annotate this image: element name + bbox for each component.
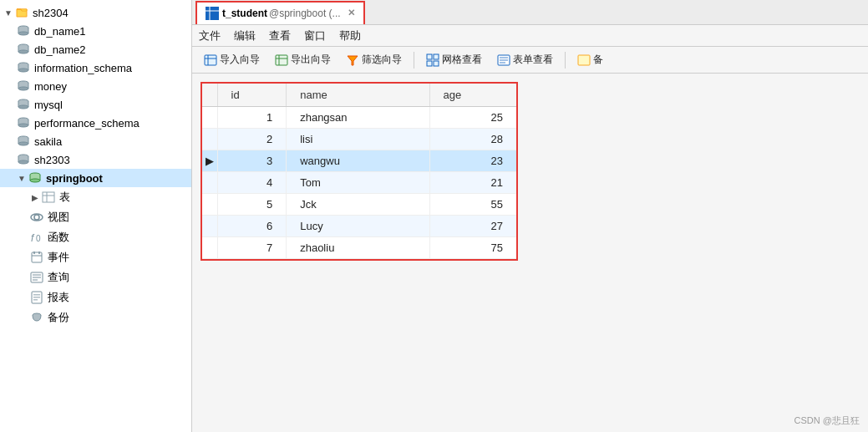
cell-age: 21 <box>429 172 516 194</box>
cell-age: 23 <box>429 150 516 172</box>
sidebar-label: db_name2 <box>34 43 85 56</box>
menu-bar: 文件 编辑 查看 窗口 帮助 <box>192 25 868 47</box>
row-indicator-header <box>202 84 217 107</box>
menu-item-file[interactable]: 文件 <box>199 28 221 43</box>
row-arrow <box>202 216 217 237</box>
root-expand-arrow[interactable]: ▼ <box>3 8 13 18</box>
tab-bar: t_student @springboot (... ✕ <box>192 0 868 25</box>
menu-item-view[interactable]: 查看 <box>269 28 291 43</box>
tab-close-button[interactable]: ✕ <box>348 8 355 18</box>
menu-item-help[interactable]: 帮助 <box>339 28 361 43</box>
report-icon <box>30 291 43 304</box>
sidebar-label: sakila <box>34 135 62 148</box>
svg-point-24 <box>18 105 28 109</box>
table-row[interactable]: 6Lucy27 <box>202 216 516 237</box>
filter-label: 筛选向导 <box>362 53 402 67</box>
cell-id: 4 <box>217 172 287 194</box>
export-wizard-button[interactable]: 导出向导 <box>270 51 336 69</box>
sidebar-item-tables[interactable]: ▶ 表 <box>0 187 191 207</box>
sidebar-item-db_name1[interactable]: db_name1 <box>0 22 191 40</box>
cell-age: 28 <box>429 129 516 150</box>
sidebar-label: money <box>34 80 67 93</box>
table-row[interactable]: 1zhangsan25 <box>202 107 516 129</box>
row-arrow <box>202 107 217 129</box>
svg-point-19 <box>18 87 28 90</box>
grid-view-button[interactable]: 网格查看 <box>421 51 487 69</box>
toolbar-separator-2 <box>565 52 566 69</box>
menu-item-window[interactable]: 窗口 <box>304 28 326 43</box>
svg-rect-70 <box>205 55 216 65</box>
sidebar-item-springboot[interactable]: ▼ springboot <box>0 169 191 187</box>
table-row[interactable]: 4Tom21 <box>202 172 516 194</box>
sidebar-item-functions[interactable]: f 0 函数 <box>0 227 191 247</box>
data-table: id name age 1zhangsan252lisi28▶3wangwu23… <box>202 84 516 259</box>
sidebar-root[interactable]: ▼ sh2304 <box>0 3 191 22</box>
svg-rect-80 <box>434 61 439 66</box>
col-header-name: name <box>287 84 429 107</box>
cell-name: wangwu <box>287 150 429 172</box>
sidebar-label: springboot <box>46 172 103 185</box>
cell-name: lisi <box>287 129 429 150</box>
import-wizard-button[interactable]: 导入向导 <box>199 51 265 69</box>
sidebar-item-information_schema[interactable]: information_schema <box>0 58 191 77</box>
toolbar-separator-1 <box>414 52 414 69</box>
watermark: CSDN @悲且狂 <box>794 414 860 427</box>
svg-point-4 <box>18 32 28 35</box>
cell-name: zhaoliu <box>287 237 429 259</box>
svg-rect-79 <box>427 61 432 66</box>
row-arrow <box>202 237 217 259</box>
svg-point-14 <box>18 69 28 72</box>
backup-small-icon <box>577 53 591 67</box>
cell-id: 1 <box>217 107 287 129</box>
db-icon <box>17 61 30 74</box>
table-row[interactable]: 2lisi28 <box>202 129 516 150</box>
menu-item-edit[interactable]: 编辑 <box>234 28 256 43</box>
sidebar-label: 函数 <box>48 230 69 245</box>
springboot-expand-arrow[interactable]: ▼ <box>17 173 27 183</box>
backup-button[interactable]: 备 <box>572 51 608 69</box>
export-icon <box>275 53 288 67</box>
sidebar-item-performance_schema[interactable]: performance_schema <box>0 114 191 132</box>
db-icon <box>17 153 30 166</box>
function-icon: f 0 <box>30 231 43 244</box>
sidebar-label: mysql <box>34 99 63 111</box>
data-area: id name age 1zhangsan252lisi28▶3wangwu23… <box>192 74 868 432</box>
sidebar-item-reports[interactable]: 报表 <box>0 287 191 307</box>
svg-rect-65 <box>33 299 38 301</box>
sidebar-item-views[interactable]: 视图 <box>0 207 191 227</box>
grid-label: 网格查看 <box>442 53 482 67</box>
form-view-button[interactable]: 表单查看 <box>492 51 558 69</box>
svg-point-39 <box>18 160 28 164</box>
svg-rect-78 <box>434 54 439 59</box>
db-icon <box>17 135 30 148</box>
db-icon <box>17 79 30 93</box>
filter-wizard-button[interactable]: 筛选向导 <box>341 51 407 69</box>
db-icon <box>17 24 30 38</box>
tables-expand-arrow[interactable]: ▶ <box>30 192 40 202</box>
table-row[interactable]: ▶3wangwu23 <box>202 150 516 172</box>
sidebar-item-queries[interactable]: 查询 <box>0 267 191 287</box>
sidebar-item-money[interactable]: money <box>0 77 191 95</box>
backup-label: 备 <box>593 53 603 67</box>
sidebar-item-db_name2[interactable]: db_name2 <box>0 40 191 58</box>
sidebar-item-mysql[interactable]: mysql <box>0 95 191 114</box>
sidebar-item-events[interactable]: 事件 <box>0 247 191 267</box>
import-icon <box>204 53 217 67</box>
form-icon <box>497 53 510 67</box>
toolbar: 导入向导 导出向导 筛选向导 <box>192 47 868 74</box>
col-header-age: age <box>429 84 516 107</box>
cell-name: Lucy <box>287 216 429 237</box>
tab-t_student[interactable]: t_student @springboot (... ✕ <box>195 1 365 24</box>
tab-table-icon <box>206 7 219 20</box>
cell-age: 25 <box>429 107 516 129</box>
svg-point-50 <box>34 215 39 220</box>
table-row[interactable]: 5Jck55 <box>202 194 516 216</box>
cell-name: Jck <box>287 194 429 216</box>
filter-icon <box>346 53 359 67</box>
svg-rect-54 <box>32 252 42 262</box>
sidebar-item-backup[interactable]: 备份 <box>0 307 191 328</box>
sidebar-item-sakila[interactable]: sakila <box>0 132 191 150</box>
table-row[interactable]: 7zhaoliu75 <box>202 237 516 259</box>
sidebar-item-sh2303[interactable]: sh2303 <box>0 150 191 169</box>
cell-name: Tom <box>287 172 429 194</box>
